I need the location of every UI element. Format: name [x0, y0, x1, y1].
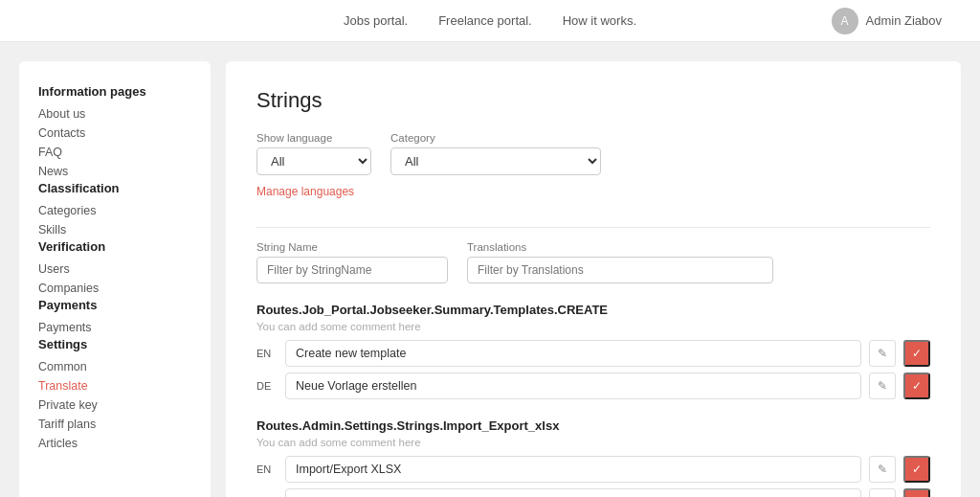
edit-button-en-2[interactable]: ✎ [869, 456, 896, 483]
sidebar-item-faq[interactable]: FAQ [38, 143, 191, 162]
translation-input-en-1[interactable] [285, 340, 861, 367]
sidebar-item-tariff-plans[interactable]: Tariff plans [38, 415, 191, 434]
main-content: Strings Show language All Category All M… [226, 61, 961, 497]
user-name: Admin Ziabov [866, 13, 942, 28]
avatar: A [832, 8, 858, 34]
translation-input-de-1[interactable] [285, 373, 861, 399]
save-button-de-1[interactable]: ✓ [903, 373, 930, 399]
string-name-input[interactable] [256, 257, 448, 283]
string-key-1: Routes.Job_Portal.Jobseeker.Summary.Temp… [256, 303, 930, 317]
sidebar-section-title-settings: Settings [38, 337, 191, 351]
string-comment-2: You can add some comment here [256, 437, 930, 448]
sidebar-section-verification: Verification Users Companies [38, 239, 191, 298]
edit-button-de-2[interactable]: ✎ [869, 488, 896, 497]
translation-input-en-2[interactable] [285, 456, 861, 483]
lang-badge-en-2: EN [256, 463, 278, 475]
language-filter-select[interactable]: All [256, 147, 371, 175]
sidebar-section-title-classification: Classification [38, 181, 191, 195]
translations-input[interactable] [467, 257, 773, 283]
string-name-search-group: String Name [256, 241, 448, 283]
save-button-de-2[interactable]: ✓ [903, 488, 930, 497]
sidebar-section-classification: Classification Categories Skills [38, 181, 191, 239]
sidebar-item-users[interactable]: Users [38, 260, 191, 279]
string-item-2: Routes.Admin.Settings.Strings.Import_Exp… [256, 418, 930, 497]
nav-link-jobs-portal[interactable]: Jobs portal. [344, 13, 408, 28]
sidebar-section-settings: Settings Common Translate Private key Ta… [38, 337, 191, 453]
sidebar-section-title-payments: Payments [38, 298, 191, 312]
sidebar-item-articles[interactable]: Articles [38, 434, 191, 453]
string-item-1: Routes.Job_Portal.Jobseeker.Summary.Temp… [256, 303, 930, 399]
filters-row: Show language All Category All [256, 132, 930, 175]
language-filter-label: Show language [256, 132, 371, 144]
string-comment-1: You can add some comment here [256, 321, 930, 332]
string-name-label: String Name [256, 241, 448, 253]
sidebar-item-payments[interactable]: Payments [38, 318, 191, 337]
translations-label: Translations [467, 241, 773, 253]
translation-row-2-de: DE ✎ ✓ [256, 488, 930, 497]
lang-badge-de-1: DE [256, 380, 278, 392]
language-filter-group: Show language All [256, 132, 371, 175]
sidebar-section-payments: Payments Payments [38, 298, 191, 337]
sidebar-item-companies[interactable]: Companies [38, 279, 191, 298]
save-button-en-1[interactable]: ✓ [903, 340, 930, 367]
nav-link-freelance-portal[interactable]: Freelance portal. [438, 13, 532, 28]
category-filter-group: Category All [390, 132, 601, 175]
top-nav: Jobs portal. Freelance portal. How it wo… [0, 0, 980, 42]
nav-links: Jobs portal. Freelance portal. How it wo… [344, 13, 636, 28]
sidebar: Information pages About us Contacts FAQ … [19, 61, 211, 497]
search-row: String Name Translations [256, 241, 930, 283]
sidebar-item-news[interactable]: News [38, 162, 191, 181]
user-area: A Admin Ziabov [832, 8, 942, 34]
manage-languages-link[interactable]: Manage languages [256, 185, 354, 198]
sidebar-section-title-verification: Verification [38, 239, 191, 254]
translation-row-1-en: EN ✎ ✓ [256, 340, 930, 367]
sidebar-item-private-key[interactable]: Private key [38, 395, 191, 415]
lang-badge-en-1: EN [256, 348, 278, 359]
page-title: Strings [256, 88, 930, 113]
sidebar-item-categories[interactable]: Categories [38, 201, 191, 220]
sidebar-section-title-information-pages: Information pages [38, 84, 191, 99]
sidebar-item-skills[interactable]: Skills [38, 220, 191, 239]
edit-button-de-1[interactable]: ✎ [869, 373, 896, 399]
page-wrapper: Information pages About us Contacts FAQ … [0, 42, 980, 497]
category-filter-select[interactable]: All [390, 147, 601, 175]
translation-row-1-de: DE ✎ ✓ [256, 373, 930, 399]
category-filter-label: Category [390, 132, 601, 144]
translation-input-de-2[interactable] [285, 488, 861, 497]
sidebar-item-about-us[interactable]: About us [38, 104, 191, 124]
sidebar-item-common[interactable]: Common [38, 357, 191, 376]
sidebar-section-information-pages: Information pages About us Contacts FAQ … [38, 84, 191, 181]
string-key-2: Routes.Admin.Settings.Strings.Import_Exp… [256, 418, 930, 433]
save-button-en-2[interactable]: ✓ [903, 456, 930, 483]
translation-row-2-en: EN ✎ ✓ [256, 456, 930, 483]
translations-search-group: Translations [467, 241, 773, 283]
divider [256, 227, 930, 228]
edit-button-en-1[interactable]: ✎ [869, 340, 896, 367]
sidebar-item-contacts[interactable]: Contacts [38, 124, 191, 143]
sidebar-item-translate[interactable]: Translate [38, 376, 191, 395]
nav-link-how-it-works[interactable]: How it works. [563, 13, 636, 28]
